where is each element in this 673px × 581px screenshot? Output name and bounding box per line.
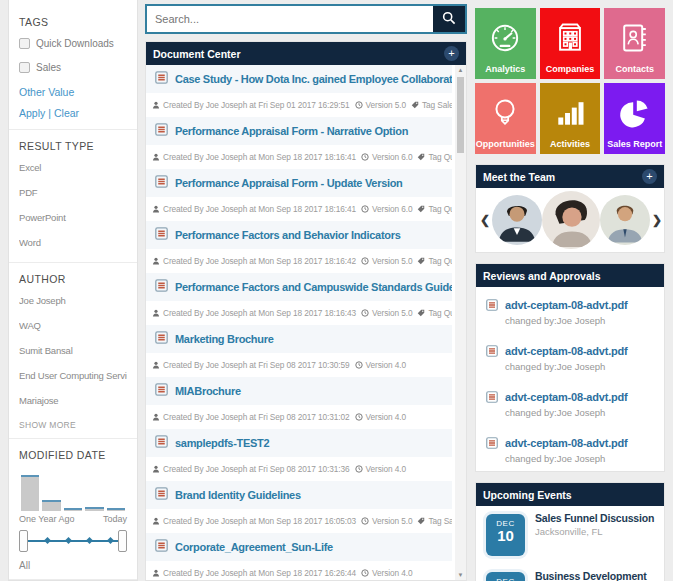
clock-icon [361, 309, 369, 317]
clock-icon [361, 517, 369, 525]
document-title-link[interactable]: Performance Factors and Campuswide Stand… [175, 281, 452, 293]
tag-filter-quick-downloads[interactable]: Quick Downloads [19, 38, 127, 49]
document-title-link[interactable]: Performance Factors and Behavior Indicat… [175, 229, 401, 241]
document-tag-text: Tag Sales [422, 100, 452, 110]
document-title-link[interactable]: MIABrochure [175, 385, 241, 397]
event-title: Business Development Expo - Orlando [535, 570, 656, 581]
review-file-link[interactable]: advt-ceptam-08-advt.pdf [505, 345, 628, 357]
reviews-list: advt-ceptam-08-advt.pdf changed by:Joe J… [476, 287, 664, 471]
event-date-badge: DEC 10 [486, 514, 525, 556]
other-value-link[interactable]: Other Value [19, 86, 127, 98]
author-filter-item[interactable]: End User Computing Services [19, 370, 127, 381]
document-version-text: Version 5.0 [372, 308, 412, 318]
review-file-link[interactable]: advt-ceptam-08-advt.pdf [505, 391, 628, 403]
add-document-button[interactable]: + [444, 46, 459, 61]
result-type-filter-item[interactable]: Word [19, 237, 127, 248]
tile-companies[interactable]: Companies [540, 8, 601, 79]
histogram-bar [107, 508, 125, 511]
document-row: Performance Appraisal Form - Narrative O… [146, 117, 452, 169]
document-row: Case Study - How Dota Inc. gained Employ… [146, 65, 452, 117]
search-input[interactable] [147, 6, 433, 32]
person-icon [152, 153, 160, 161]
team-member-avatar[interactable] [542, 191, 600, 249]
document-title-link[interactable]: Case Study - How Dota Inc. gained Employ… [175, 73, 452, 85]
event-item[interactable]: DEC 10 Sales Funnel Discussion Jacksonvi… [476, 506, 664, 564]
author-filter-item[interactable]: Mariajose [19, 395, 127, 406]
author-filter-item[interactable]: WAQ [19, 320, 127, 331]
divider [9, 438, 137, 439]
author-filter-item[interactable]: Joe Joseph [19, 295, 127, 306]
result-type-filter-item[interactable]: Excel [19, 162, 127, 173]
team-member-avatar[interactable] [600, 195, 650, 245]
document-icon [155, 486, 168, 504]
slider-tick [65, 537, 72, 544]
clear-link[interactable]: Clear [54, 107, 79, 119]
tile-label: Opportunities [476, 139, 535, 149]
document-title-row: MIABrochure [146, 377, 452, 405]
clock-icon [355, 101, 363, 109]
scroll-up-icon[interactable]: ▲ [455, 67, 466, 73]
document-list: Case Study - How Dota Inc. gained Employ… [146, 65, 466, 580]
tile-label: Sales Report [607, 139, 662, 149]
team-member-avatar[interactable] [492, 195, 542, 245]
scrollbar[interactable]: ▲ ▼ [455, 65, 466, 580]
document-center-panel: Document Center + Case Study - How Dota … [145, 41, 467, 581]
document-title-link[interactable]: Brand Identity Guidelines [175, 489, 301, 501]
tile-sales-report[interactable]: Sales Report [604, 83, 665, 154]
pdf-file-icon [486, 297, 498, 326]
histogram-bar [64, 508, 82, 511]
person-icon [152, 101, 160, 109]
scrollbar-thumb[interactable] [457, 77, 464, 153]
document-title-link[interactable]: Corporate_Agreement_Sun-Life [175, 541, 333, 553]
clock-icon [361, 153, 369, 161]
tile-contacts[interactable]: Contacts [604, 8, 665, 79]
document-title-link[interactable]: samplepdfs-TEST2 [175, 437, 269, 449]
show-more-link[interactable]: SHOW MORE [19, 420, 127, 430]
document-tag-text: Tag Quick Downloads [428, 204, 452, 214]
tag-filter-sales[interactable]: Sales [19, 62, 127, 73]
slider-handle-left[interactable] [19, 530, 28, 552]
tile-opportunities[interactable]: Opportunities [475, 83, 536, 154]
tile-activities[interactable]: Activities [540, 83, 601, 154]
meet-the-team-panel: Meet the Team + ❮ ❯ [475, 164, 665, 253]
histogram-bar [42, 500, 60, 511]
checkbox-icon[interactable] [19, 62, 30, 73]
checkbox-icon[interactable] [19, 38, 30, 49]
document-row: MIABrochure Created By Joe Joseph at Fri… [146, 377, 452, 429]
carousel-right-icon[interactable]: ❯ [650, 213, 664, 227]
slider-handle-right[interactable] [118, 530, 127, 552]
histogram-bar [85, 507, 103, 511]
event-date-badge: DEC 21 [486, 572, 525, 581]
meet-the-team-header: Meet the Team + [476, 165, 664, 188]
scroll-down-icon[interactable]: ▼ [455, 572, 466, 578]
modified-date-histogram [21, 471, 125, 511]
events-list: DEC 10 Sales Funnel Discussion Jacksonvi… [476, 506, 664, 581]
divider [9, 129, 137, 130]
carousel-left-icon[interactable]: ❮ [478, 213, 492, 227]
result-type-filter-item[interactable]: PowerPoint [19, 212, 127, 223]
apply-link[interactable]: Apply [19, 107, 45, 119]
document-title-link[interactable]: Performance Appraisal Form - Update Vers… [175, 177, 403, 189]
document-title-link[interactable]: Marketing Brochure [175, 333, 274, 345]
document-meta-row: Created By Joe Joseph at Mon Sep 18 2017… [146, 301, 452, 325]
date-range-slider[interactable] [19, 530, 127, 552]
review-file-link[interactable]: advt-ceptam-08-advt.pdf [505, 437, 628, 449]
event-item[interactable]: DEC 21 Business Development Expo - Orlan… [476, 564, 664, 581]
review-item: advt-ceptam-08-advt.pdf changed by:Joe J… [476, 287, 664, 333]
slider-selection-label: All [19, 560, 127, 571]
document-icon [155, 122, 168, 140]
document-tag-text: Tag Quick Downloads [428, 308, 452, 318]
document-title-link[interactable]: Performance Appraisal Form - Narrative O… [175, 125, 408, 137]
result-type-filter-item[interactable]: PDF [19, 187, 127, 198]
add-team-member-button[interactable]: + [642, 169, 657, 184]
document-icon [155, 70, 168, 88]
pdf-file-icon [486, 389, 498, 418]
plus-icon: + [646, 170, 652, 182]
review-file-link[interactable]: advt-ceptam-08-advt.pdf [505, 299, 628, 311]
author-filter-item[interactable]: Sumit Bansal [19, 345, 127, 356]
document-version-text: Version 4.0 [372, 568, 412, 578]
tile-analytics[interactable]: Analytics [475, 8, 536, 79]
document-title-row: Brand Identity Guidelines [146, 481, 452, 509]
tag-icon [417, 205, 425, 213]
search-button[interactable] [433, 6, 465, 32]
